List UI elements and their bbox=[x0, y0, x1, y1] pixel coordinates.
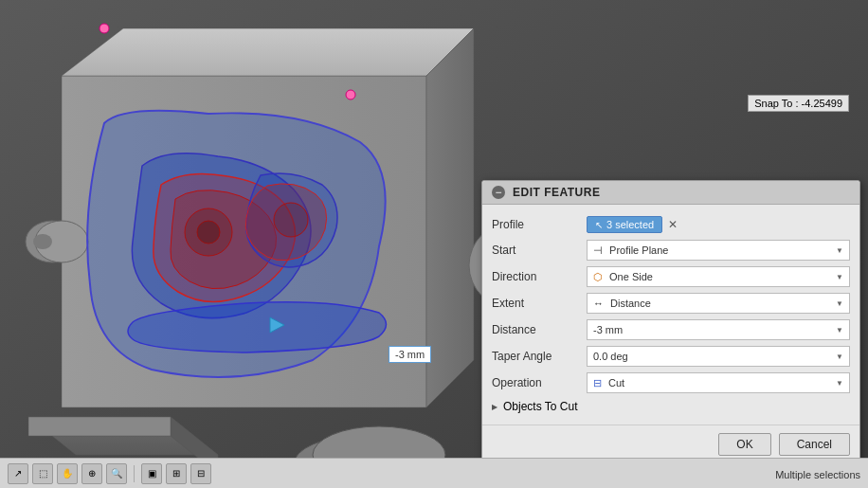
direction-row: Direction ⬡ One Side ▼ bbox=[482, 263, 859, 290]
start-dropdown[interactable]: ⊣ Profile Plane ▼ bbox=[587, 240, 850, 261]
start-value: ⊣ Profile Plane ▼ bbox=[587, 240, 850, 261]
direction-label: Direction bbox=[492, 270, 587, 283]
ok-button[interactable]: OK bbox=[718, 433, 770, 456]
taper-dropdown[interactable]: 0.0 deg ▼ bbox=[587, 346, 850, 367]
direction-value-text: One Side bbox=[609, 271, 653, 282]
inline-distance-input[interactable]: -3 mm bbox=[389, 346, 431, 363]
panel-collapse-icon[interactable] bbox=[492, 186, 505, 199]
extent-value-text: Distance bbox=[610, 298, 651, 309]
extent-dropdown[interactable]: ↔ Distance ▼ bbox=[587, 293, 850, 314]
direction-dropdown[interactable]: ⬡ One Side ▼ bbox=[587, 266, 850, 287]
direction-value: ⬡ One Side ▼ bbox=[587, 266, 850, 287]
cancel-button[interactable]: Cancel bbox=[779, 433, 850, 456]
svg-point-13 bbox=[197, 221, 220, 244]
toolbar-icon-view3[interactable]: ⊟ bbox=[190, 463, 211, 484]
profile-label: Profile bbox=[492, 218, 587, 231]
profile-selected-tag[interactable]: ↖ 3 selected bbox=[587, 216, 662, 233]
extent-dropdown-arrow: ▼ bbox=[836, 299, 843, 308]
snap-to-indicator: Snap To : -4.25499 bbox=[748, 95, 849, 112]
toolbar-icon-zoom[interactable]: 🔍 bbox=[106, 463, 127, 484]
extent-value: ↔ Distance ▼ bbox=[587, 293, 850, 314]
svg-point-7 bbox=[99, 24, 109, 33]
edit-feature-panel: EDIT FEATURE Profile ↖ 3 selected ✕ Star… bbox=[481, 180, 860, 464]
profile-row: Profile ↖ 3 selected ✕ bbox=[482, 212, 859, 237]
profile-selected-text: 3 selected bbox=[606, 219, 654, 230]
operation-dropdown[interactable]: ⊟ Cut ▼ bbox=[587, 372, 850, 393]
profile-clear-button[interactable]: ✕ bbox=[668, 218, 678, 231]
toolbar-icon-box[interactable]: ⬚ bbox=[32, 463, 53, 484]
distance-dropdown[interactable]: -3 mm ▼ bbox=[587, 319, 850, 340]
distance-label: Distance bbox=[492, 323, 587, 336]
extent-label: Extent bbox=[492, 297, 587, 310]
toolbar-icon-view1[interactable]: ▣ bbox=[141, 463, 162, 484]
distance-value: -3 mm ▼ bbox=[587, 319, 850, 340]
objects-to-cut-row[interactable]: ▶ Objects To Cut bbox=[482, 396, 859, 417]
svg-point-11 bbox=[33, 234, 52, 249]
snap-to-value: Snap To : -4.25499 bbox=[754, 98, 842, 109]
toolbar-icon-orbit[interactable]: ⊕ bbox=[81, 463, 102, 484]
taper-value: 0.0 deg ▼ bbox=[587, 346, 850, 367]
direction-dropdown-arrow: ▼ bbox=[836, 273, 843, 281]
start-dropdown-arrow: ▼ bbox=[836, 246, 843, 255]
start-value-text: Profile Plane bbox=[609, 244, 668, 256]
operation-value: ⊟ Cut ▼ bbox=[587, 372, 850, 393]
svg-marker-6 bbox=[426, 28, 474, 407]
operation-value-text: Cut bbox=[608, 377, 624, 389]
panel-header: EDIT FEATURE bbox=[482, 181, 859, 205]
profile-value: ↖ 3 selected ✕ bbox=[587, 216, 850, 233]
distance-dropdown-arrow: ▼ bbox=[836, 326, 843, 334]
svg-marker-3 bbox=[28, 417, 171, 436]
toolbar-icon-view2[interactable]: ⊞ bbox=[166, 463, 187, 484]
taper-row: Taper Angle 0.0 deg ▼ bbox=[482, 343, 859, 370]
start-field-icon: ⊣ bbox=[593, 244, 603, 256]
direction-field-icon: ⬡ bbox=[593, 271, 603, 282]
objects-expand-icon: ▶ bbox=[492, 403, 497, 411]
toolbar-separator-1 bbox=[134, 465, 135, 482]
taper-value-text: 0.0 deg bbox=[593, 351, 628, 362]
toolbar-icon-pan[interactable]: ✋ bbox=[57, 463, 78, 484]
start-row: Start ⊣ Profile Plane ▼ bbox=[482, 237, 859, 263]
svg-point-14 bbox=[274, 203, 308, 237]
panel-body: Profile ↖ 3 selected ✕ Start ⊣ Profile P… bbox=[482, 205, 859, 425]
operation-label: Operation bbox=[492, 376, 587, 389]
operation-field-icon: ⊟ bbox=[593, 377, 602, 389]
cursor-icon: ↖ bbox=[595, 220, 603, 230]
extent-row: Extent ↔ Distance ▼ bbox=[482, 290, 859, 316]
taper-dropdown-arrow: ▼ bbox=[836, 352, 843, 361]
toolbar-icon-select[interactable]: ↗ bbox=[8, 463, 28, 484]
bottom-toolbar: ↗ ⬚ ✋ ⊕ 🔍 ▣ ⊞ ⊟ Multiple selections bbox=[0, 458, 868, 488]
objects-label: Objects To Cut bbox=[503, 400, 577, 413]
svg-point-8 bbox=[346, 90, 355, 99]
panel-title: EDIT FEATURE bbox=[513, 186, 600, 199]
multiple-selections-label: Multiple selections bbox=[775, 469, 860, 480]
distance-row: Distance -3 mm ▼ bbox=[482, 316, 859, 343]
taper-label: Taper Angle bbox=[492, 350, 587, 363]
operation-row: Operation ⊟ Cut ▼ bbox=[482, 370, 859, 396]
start-label: Start bbox=[492, 244, 587, 257]
svg-marker-5 bbox=[62, 28, 474, 76]
extent-field-icon: ↔ bbox=[593, 298, 604, 309]
distance-value-text: -3 mm bbox=[593, 324, 623, 335]
operation-dropdown-arrow: ▼ bbox=[836, 379, 843, 388]
